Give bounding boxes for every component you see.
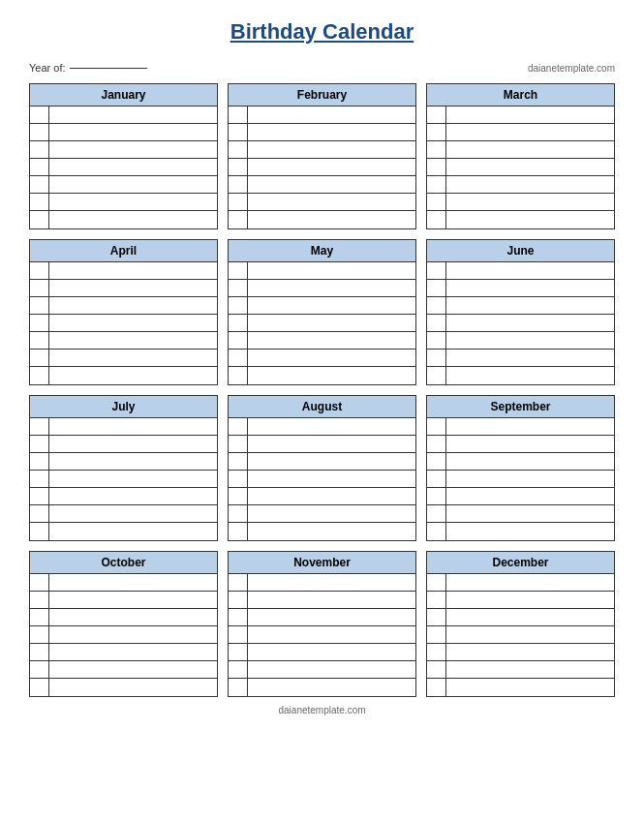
table-row [427, 644, 614, 661]
day-number [427, 488, 446, 504]
watermark-top: daianetemplate.com [528, 63, 615, 74]
month-header-april: April [30, 240, 217, 262]
month-block-august: August [228, 395, 416, 541]
day-content [446, 626, 614, 643]
table-row [427, 505, 614, 523]
day-content [49, 124, 217, 140]
table-row [229, 505, 415, 523]
day-number [30, 211, 49, 228]
table-row [229, 159, 415, 176]
table-row [30, 418, 217, 436]
day-number [229, 436, 248, 452]
day-number [229, 367, 248, 384]
day-number [229, 124, 248, 140]
day-content [248, 453, 415, 470]
table-row [427, 488, 614, 505]
day-content [49, 159, 217, 175]
table-row [427, 523, 614, 540]
table-row [427, 332, 614, 350]
table-row [30, 350, 217, 367]
day-content [49, 262, 217, 279]
month-rows-march [427, 106, 614, 228]
day-number [427, 418, 446, 435]
day-content [248, 194, 415, 210]
month-block-may: May [228, 239, 416, 385]
month-block-june: June [426, 239, 615, 385]
day-content [446, 592, 614, 608]
day-number [427, 471, 446, 487]
table-row [229, 523, 415, 540]
table-row [229, 280, 415, 297]
day-number [427, 159, 446, 175]
day-number [427, 661, 446, 678]
day-number [427, 367, 446, 384]
day-number [229, 159, 248, 175]
day-number [30, 315, 49, 331]
day-number [30, 488, 49, 504]
table-row [427, 315, 614, 332]
day-number [30, 471, 49, 487]
day-number [427, 644, 446, 660]
day-content [49, 453, 217, 470]
table-row [229, 176, 415, 194]
month-rows-may [229, 262, 415, 384]
day-number [229, 679, 248, 696]
day-content [248, 609, 415, 625]
day-number [229, 315, 248, 331]
table-row [30, 159, 217, 176]
month-rows-february [229, 106, 415, 228]
day-number [427, 679, 446, 696]
month-header-november: November [229, 552, 415, 574]
day-content [248, 262, 415, 279]
table-row [30, 297, 217, 315]
table-row [229, 453, 415, 471]
day-number [427, 194, 446, 210]
calendar-grid: JanuaryFebruaryMarchAprilMayJuneJulyAugu… [29, 83, 615, 697]
day-number [30, 367, 49, 384]
day-content [248, 332, 415, 349]
day-content [49, 505, 217, 522]
day-content [49, 332, 217, 349]
day-content [248, 106, 415, 123]
table-row [229, 141, 415, 159]
day-number [229, 211, 248, 228]
day-number [229, 262, 248, 279]
table-row [427, 124, 614, 141]
day-number [229, 350, 248, 366]
table-row [229, 609, 415, 626]
day-content [446, 367, 614, 384]
day-content [248, 488, 415, 504]
day-number [229, 488, 248, 504]
table-row [229, 297, 415, 315]
table-row [427, 661, 614, 679]
day-content [248, 644, 415, 660]
day-content [446, 436, 614, 452]
day-number [30, 679, 49, 696]
day-content [248, 471, 415, 487]
day-number [427, 350, 446, 366]
day-number [30, 661, 49, 678]
day-number [427, 106, 446, 123]
month-header-february: February [229, 84, 415, 106]
day-number [30, 626, 49, 643]
day-content [248, 159, 415, 175]
day-number [229, 574, 248, 591]
day-content [49, 609, 217, 625]
month-block-july: July [29, 395, 218, 541]
table-row [427, 453, 614, 471]
day-content [446, 297, 614, 314]
table-row [30, 626, 217, 644]
day-number [229, 280, 248, 296]
table-row [229, 644, 415, 661]
month-block-march: March [426, 83, 615, 229]
table-row [229, 315, 415, 332]
month-header-june: June [427, 240, 614, 262]
day-content [446, 523, 614, 540]
day-content [446, 488, 614, 504]
month-block-february: February [228, 83, 416, 229]
day-content [49, 176, 217, 193]
day-content [49, 106, 217, 123]
day-number [30, 141, 49, 158]
day-content [446, 661, 614, 678]
table-row [30, 523, 217, 540]
